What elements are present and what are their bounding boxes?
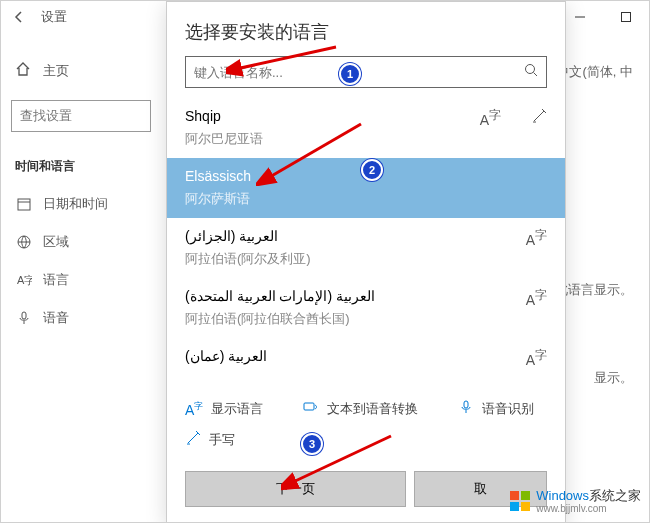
language-search-input[interactable] xyxy=(185,56,547,88)
microphone-icon xyxy=(458,399,474,418)
display-language-icon: A字 xyxy=(526,348,547,368)
display-language-icon: A字 xyxy=(185,400,203,418)
language-list[interactable]: Shqip 阿尔巴尼亚语 A字 Elsässisch 阿尔萨斯语 العربية… xyxy=(167,98,565,389)
maximize-button[interactable] xyxy=(603,1,649,33)
section-title: 时间和语言 xyxy=(1,144,161,185)
search-field[interactable] xyxy=(194,65,524,80)
globe-icon xyxy=(15,234,33,250)
sidebar-home[interactable]: 主页 xyxy=(1,53,161,88)
dialog-title: 选择要安装的语言 xyxy=(167,2,565,56)
feature-speech-recognition: 语音识别 xyxy=(458,399,534,418)
window-title: 设置 xyxy=(41,8,67,26)
feature-tts: 文本到语音转换 xyxy=(303,399,418,418)
windows-logo-icon xyxy=(510,491,530,511)
display-language-icon: A字 xyxy=(480,108,501,128)
sidebar: 主页 查找设置 时间和语言 日期和时间 区域 A字 语言 xyxy=(1,33,161,522)
display-language-icon: A字 xyxy=(526,228,547,248)
sidebar-item-region[interactable]: 区域 xyxy=(1,223,161,261)
microphone-icon xyxy=(15,310,33,326)
svg-rect-9 xyxy=(304,403,314,410)
handwriting-icon xyxy=(531,108,547,128)
sidebar-item-speech[interactable]: 语音 xyxy=(1,299,161,337)
window-controls xyxy=(557,1,649,33)
search-icon xyxy=(524,63,538,81)
language-icon: A字 xyxy=(15,272,33,288)
language-item[interactable]: Shqip 阿尔巴尼亚语 A字 xyxy=(167,98,565,158)
svg-line-8 xyxy=(534,73,538,77)
feature-handwriting: 手写 xyxy=(185,430,235,449)
next-button[interactable]: 下一页 xyxy=(185,471,406,507)
feature-legend: A字 显示语言 文本到语音转换 语音识别 手写 xyxy=(167,389,565,459)
language-item[interactable]: العربية (الإمارات العربية المتحدة) 阿拉伯语(… xyxy=(167,278,565,338)
svg-point-7 xyxy=(526,65,535,74)
svg-rect-2 xyxy=(18,199,30,210)
sidebar-item-datetime[interactable]: 日期和时间 xyxy=(1,185,161,223)
search-settings-input[interactable]: 查找设置 xyxy=(11,100,151,132)
svg-rect-10 xyxy=(464,401,468,408)
svg-text:A字: A字 xyxy=(17,274,32,286)
language-item[interactable]: العربية (عمان) A字 xyxy=(167,338,565,374)
tts-icon xyxy=(303,399,319,418)
home-icon xyxy=(15,61,33,80)
back-icon[interactable] xyxy=(9,7,29,27)
language-item-selected[interactable]: Elsässisch 阿尔萨斯语 xyxy=(167,158,565,218)
watermark: Windows系统之家 www.bjjmlv.com xyxy=(510,489,641,514)
home-label: 主页 xyxy=(43,62,69,80)
display-language-icon: A字 xyxy=(526,288,547,308)
calendar-icon xyxy=(15,196,33,212)
svg-rect-1 xyxy=(622,13,631,22)
svg-rect-6 xyxy=(22,312,26,319)
feature-display-language: A字 显示语言 xyxy=(185,399,263,418)
sidebar-item-language[interactable]: A字 语言 xyxy=(1,261,161,299)
language-item[interactable]: العربية (الجزائر) 阿拉伯语(阿尔及利亚) A字 xyxy=(167,218,565,278)
language-picker-dialog: 选择要安装的语言 Shqip 阿尔巴尼亚语 A字 Elsässisch 阿尔萨斯… xyxy=(166,1,566,523)
pen-icon xyxy=(185,430,201,449)
